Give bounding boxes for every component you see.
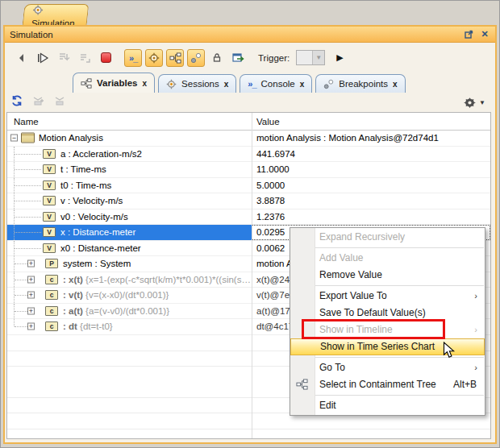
panel-titlebar: Simulation ✕ bbox=[5, 27, 495, 43]
column-header-value[interactable]: Value bbox=[252, 113, 490, 130]
row-name-cell[interactable]: +c: dt {dt=t-t0} bbox=[7, 319, 252, 334]
export-button[interactable] bbox=[229, 49, 247, 67]
tree-line bbox=[15, 263, 27, 264]
options-button[interactable]: ▼ bbox=[464, 97, 485, 109]
tab-variables[interactable]: Variablesx bbox=[73, 73, 155, 93]
panel-title: Simulation bbox=[10, 30, 458, 39]
expand-expander-icon[interactable]: + bbox=[27, 292, 35, 299]
row-name-cell[interactable]: Vx0 : Distance-meter bbox=[7, 241, 252, 256]
row-name-cell[interactable]: Vx : Distance-meter bbox=[7, 225, 252, 240]
tree-line bbox=[15, 201, 41, 201]
tab-sessions[interactable]: Sessionsx bbox=[158, 74, 236, 93]
export-icon bbox=[232, 52, 244, 64]
menu-item-remove-value[interactable]: Remove Value bbox=[290, 267, 485, 284]
row-label-bold: : v(t) bbox=[63, 290, 83, 300]
part-property-icon: P bbox=[45, 259, 58, 268]
simulation-icon bbox=[148, 52, 160, 64]
row-value: 5.0000 bbox=[256, 180, 285, 190]
step-into-button[interactable] bbox=[55, 49, 73, 67]
row-name-cell[interactable]: +c: a(t) {a=(v-v0)/(dt*0.001)} bbox=[7, 304, 252, 319]
caret-down-icon: ▼ bbox=[479, 99, 485, 106]
remove-value-icon[interactable] bbox=[54, 95, 66, 110]
tree-line bbox=[15, 232, 41, 233]
row-name-cell[interactable]: Vt0 : Time-ms bbox=[7, 178, 252, 193]
menu-item-add-value[interactable]: Add Value bbox=[290, 250, 485, 267]
row-value-cell[interactable]: motion Analysis : Motion Analysis@72d74d… bbox=[252, 131, 490, 146]
simulation-toggle[interactable] bbox=[145, 49, 163, 67]
simulation-toolbar: »_ Trigger: ▼ ▶ bbox=[5, 43, 495, 73]
lock-button[interactable] bbox=[208, 49, 226, 67]
expand-expander-icon[interactable]: + bbox=[27, 276, 35, 283]
float-icon[interactable] bbox=[463, 29, 474, 40]
close-tab-icon[interactable]: x bbox=[300, 80, 305, 89]
table-row[interactable]: Vt : Time-ms11.0000 bbox=[7, 162, 490, 178]
run-button[interactable] bbox=[34, 49, 52, 67]
add-value-icon[interactable] bbox=[32, 95, 44, 110]
dock-tab-simulation[interactable]: Simulation bbox=[23, 4, 89, 25]
rewind-button[interactable] bbox=[13, 49, 31, 67]
breakpoints-icon bbox=[190, 52, 202, 64]
row-label: : x(t) {x=1-(exp(-c*sqrt(k/m)*t*0.001)*(… bbox=[63, 272, 251, 288]
tab-breakpoints[interactable]: Breakpointsx bbox=[315, 74, 405, 93]
value-property-icon: V bbox=[43, 243, 56, 253]
menu-item-label: Add Value bbox=[319, 252, 364, 263]
hierarchy-icon bbox=[81, 78, 92, 89]
row-name-cell[interactable]: Vt : Time-ms bbox=[7, 162, 252, 177]
variables-toggle[interactable] bbox=[166, 49, 184, 67]
close-tab-icon[interactable]: x bbox=[143, 79, 148, 88]
row-name-cell[interactable]: +Psystem : System bbox=[7, 256, 252, 272]
row-label: system : System bbox=[63, 256, 131, 272]
row-value-cell[interactable]: 1.2376 bbox=[252, 209, 490, 225]
row-name-cell[interactable]: −Motion Analysis bbox=[7, 131, 252, 146]
tree-line bbox=[15, 185, 41, 186]
column-header-name[interactable]: Name bbox=[7, 113, 252, 130]
menu-item-shortcut: Alt+B bbox=[453, 376, 477, 393]
tab-console[interactable]: »_Consolex bbox=[240, 74, 312, 93]
step-over-button[interactable] bbox=[76, 49, 94, 67]
row-name-cell[interactable]: Vv : Velocity-m/s bbox=[7, 193, 252, 209]
expand-expander-icon[interactable]: + bbox=[27, 307, 35, 314]
row-name-cell[interactable]: Vv0 : Velocity-m/s bbox=[7, 209, 252, 225]
tree-line bbox=[15, 169, 41, 170]
collapse-expander-icon[interactable]: − bbox=[10, 135, 18, 142]
menu-item-label: Export Value To bbox=[319, 290, 387, 301]
row-name-cell[interactable]: +c: x(t) {x=1-(exp(-c*sqrt(k/m)*t*0.001)… bbox=[7, 272, 252, 288]
expand-expander-icon[interactable]: + bbox=[27, 260, 35, 268]
menu-item-expand-recursively[interactable]: Expand Recursively bbox=[290, 229, 485, 246]
close-tab-icon[interactable]: x bbox=[393, 80, 398, 89]
row-label-rest: {x=1-(exp(-c*sqrt(k/m)*t*0.001)*((sin(s… bbox=[83, 275, 251, 284]
refresh-icon[interactable] bbox=[11, 95, 23, 110]
menu-separator bbox=[291, 395, 484, 396]
expand-expander-icon[interactable]: + bbox=[27, 323, 35, 330]
console-toggle[interactable]: »_ bbox=[124, 49, 142, 67]
table-row[interactable]: Vv0 : Velocity-m/s1.2376 bbox=[7, 209, 490, 226]
row-value-cell[interactable]: 441.6974 bbox=[252, 147, 490, 162]
tree-line bbox=[15, 217, 41, 218]
row-label: a : Accleration-m/s2 bbox=[60, 147, 142, 162]
close-icon[interactable]: ✕ bbox=[479, 29, 490, 40]
menu-item-export-value-to[interactable]: Export Value To› bbox=[290, 288, 485, 305]
table-row[interactable]: Va : Accleration-m/s2441.6974 bbox=[7, 147, 490, 163]
row-label-bold: : dt bbox=[63, 321, 77, 331]
panel-tab-bar: VariablesxSessionsx»_ConsolexBreakpoints… bbox=[5, 73, 495, 93]
lock-icon bbox=[212, 52, 222, 63]
stop-button[interactable] bbox=[97, 49, 115, 67]
row-label: x : Distance-meter bbox=[60, 225, 135, 240]
row-name-cell[interactable]: +c: v(t) {v=(x-x0)/(dt*0.001)} bbox=[7, 288, 252, 303]
row-value: 441.6974 bbox=[256, 149, 295, 159]
menu-item-select-in-containment-tree[interactable]: Select in Containment TreeAlt+B bbox=[290, 376, 485, 393]
row-value-cell[interactable]: 3.8878 bbox=[252, 193, 490, 209]
close-tab-icon[interactable]: x bbox=[224, 80, 229, 89]
breakpoints-toggle[interactable] bbox=[187, 49, 205, 67]
menu-item-edit[interactable]: Edit bbox=[290, 397, 485, 414]
table-row[interactable]: Vv : Velocity-m/s3.8878 bbox=[7, 193, 490, 209]
trigger-select[interactable]: ▼ bbox=[296, 50, 325, 65]
row-name-cell[interactable]: Va : Accleration-m/s2 bbox=[7, 147, 252, 162]
row-value-cell[interactable]: 11.0000 bbox=[252, 162, 490, 177]
table-row[interactable]: −Motion Analysismotion Analysis : Motion… bbox=[7, 131, 490, 147]
table-row[interactable]: Vt0 : Time-ms5.0000 bbox=[7, 178, 490, 194]
row-value-cell[interactable]: 5.0000 bbox=[252, 178, 490, 193]
overflow-button[interactable]: ▶ bbox=[336, 52, 343, 63]
simulation-icon bbox=[166, 79, 177, 89]
column-divider[interactable] bbox=[252, 113, 252, 438]
